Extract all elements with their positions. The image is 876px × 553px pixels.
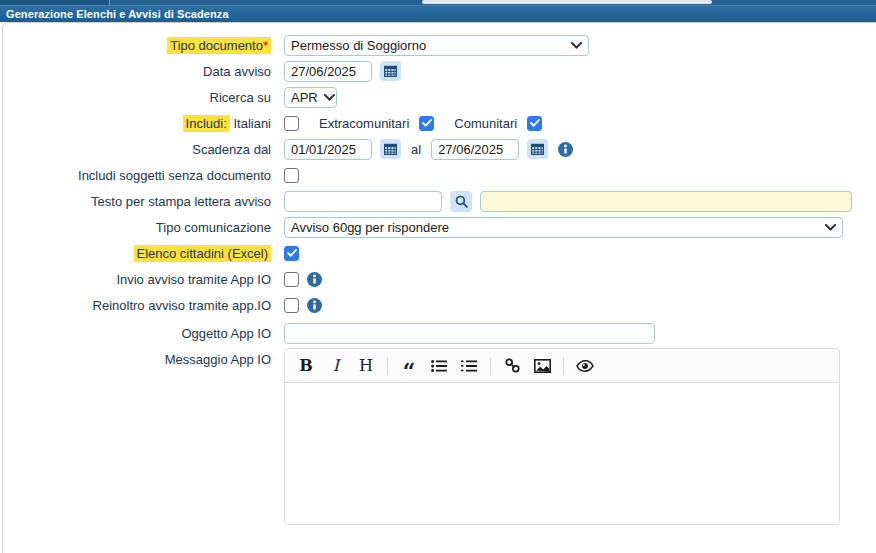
- tipo-documento-selected-value: Permesso di Soggiorno: [291, 38, 426, 53]
- messaggio-appio-label: Messaggio App IO: [11, 348, 271, 367]
- ricerca-su-selected-value: APR: [291, 90, 318, 105]
- editor-toolbar: B I H “: [285, 349, 839, 383]
- testo-stampa-desc-input[interactable]: [480, 191, 852, 212]
- link-icon[interactable]: [497, 352, 527, 380]
- reinoltro-appio-label: Reinoltro avviso tramite app.IO: [11, 298, 271, 313]
- row-senza-documento: Includi soggetti senza documento: [11, 164, 876, 186]
- row-includi: Includi: Italiani Extracomunitari Comuni…: [11, 112, 876, 134]
- search-icon: [455, 195, 468, 208]
- senza-documento-label: Includi soggetti senza documento: [11, 168, 271, 183]
- comunitari-checkbox[interactable]: [527, 116, 542, 131]
- invio-appio-info-icon[interactable]: [307, 272, 322, 287]
- tipo-documento-label: Tipo documento*: [167, 37, 271, 54]
- page-title: Generazione Elenchi e Avvisi di Scadenza: [6, 8, 229, 20]
- row-invio-appio: Invio avviso tramite App IO: [11, 268, 876, 290]
- ricerca-su-select[interactable]: APR: [284, 87, 337, 108]
- senza-documento-checkbox[interactable]: [284, 168, 299, 183]
- row-oggetto-appio: Oggetto App IO: [11, 322, 876, 344]
- unordered-list-icon[interactable]: [424, 352, 454, 380]
- calendar-icon: [384, 143, 397, 155]
- chevron-down-icon: [324, 94, 335, 101]
- row-tipo-comunicazione: Tipo comunicazione Avviso 60gg per rispo…: [11, 216, 876, 238]
- comunitari-label: Comunitari: [454, 116, 517, 131]
- tipo-comunicazione-label: Tipo comunicazione: [11, 220, 271, 235]
- reinoltro-appio-info-icon[interactable]: [307, 298, 322, 313]
- calendar-icon: [531, 143, 544, 155]
- scadenza-al-calendar-button[interactable]: [527, 139, 548, 159]
- scadenza-dal-input[interactable]: [284, 139, 372, 160]
- elenco-excel-label: Elenco cittadini (Excel): [134, 245, 272, 262]
- elenco-excel-checkbox[interactable]: [284, 246, 299, 261]
- italic-icon[interactable]: I: [321, 352, 351, 380]
- row-scadenza: Scadenza dal al: [11, 138, 876, 160]
- testo-stampa-code-input[interactable]: [284, 191, 442, 212]
- top-window-strip: [0, 0, 876, 5]
- preview-eye-icon[interactable]: [570, 352, 600, 380]
- ricerca-su-label: Ricerca su: [11, 90, 271, 105]
- oggetto-appio-label: Oggetto App IO: [11, 326, 271, 341]
- tipo-comunicazione-select[interactable]: Avviso 60gg per rispondere: [284, 217, 843, 238]
- messaggio-appio-editor-area[interactable]: [285, 383, 839, 524]
- scadenza-dal-label: Scadenza dal: [11, 142, 271, 157]
- horizontal-scrollbar-thumb[interactable]: [422, 0, 712, 4]
- data-avviso-label: Data avviso: [11, 64, 271, 79]
- heading-icon[interactable]: H: [351, 352, 381, 380]
- chevron-down-icon: [825, 224, 836, 231]
- invio-appio-checkbox[interactable]: [284, 272, 299, 287]
- scadenza-al-input[interactable]: [431, 139, 519, 160]
- ordered-list-icon[interactable]: [454, 352, 484, 380]
- chevron-down-icon: [571, 42, 582, 49]
- row-tipo-documento: Tipo documento* Permesso di Soggiorno: [11, 34, 876, 56]
- row-messaggio-appio: Messaggio App IO B I H “: [11, 348, 876, 525]
- row-data-avviso: Data avviso: [11, 60, 876, 82]
- quote-icon[interactable]: “: [394, 352, 424, 380]
- oggetto-appio-input[interactable]: [284, 323, 655, 344]
- row-reinoltro-appio: Reinoltro avviso tramite app.IO: [11, 294, 876, 316]
- toolbar-separator: [490, 357, 491, 375]
- data-avviso-input[interactable]: [284, 61, 372, 82]
- testo-stampa-search-button[interactable]: [450, 191, 472, 212]
- toolbar-separator: [563, 357, 564, 375]
- form-panel: Tipo documento* Permesso di Soggiorno Da…: [2, 22, 876, 553]
- top-left-tab-edge: [0, 0, 110, 5]
- toolbar-separator: [387, 357, 388, 375]
- scadenza-info-icon[interactable]: [558, 142, 573, 157]
- required-asterisk: *: [263, 38, 268, 53]
- tipo-comunicazione-selected-value: Avviso 60gg per rispondere: [291, 220, 449, 235]
- data-avviso-calendar-button[interactable]: [380, 61, 401, 81]
- bold-icon[interactable]: B: [291, 352, 321, 380]
- scadenza-dal-calendar-button[interactable]: [380, 139, 401, 159]
- includi-label: Includi:: [183, 115, 230, 132]
- scadenza-al-label: al: [411, 142, 421, 157]
- row-testo-stampa: Testo per stampa lettera avviso: [11, 190, 876, 212]
- reinoltro-appio-checkbox[interactable]: [284, 298, 299, 313]
- tipo-documento-select[interactable]: Permesso di Soggiorno: [284, 35, 589, 56]
- includi-italiani-label: Italiani: [233, 116, 271, 131]
- italiani-checkbox[interactable]: [284, 116, 299, 131]
- calendar-icon: [384, 65, 397, 77]
- invio-appio-label: Invio avviso tramite App IO: [11, 272, 271, 287]
- extracomunitari-checkbox[interactable]: [419, 116, 434, 131]
- extracomunitari-label: Extracomunitari: [319, 116, 409, 131]
- markdown-editor: B I H “: [284, 348, 840, 525]
- window-titlebar: Generazione Elenchi e Avvisi di Scadenza: [0, 5, 876, 22]
- image-icon[interactable]: [527, 352, 557, 380]
- testo-stampa-label: Testo per stampa lettera avviso: [11, 194, 271, 209]
- row-elenco-excel: Elenco cittadini (Excel): [11, 242, 876, 264]
- row-ricerca-su: Ricerca su APR: [11, 86, 876, 108]
